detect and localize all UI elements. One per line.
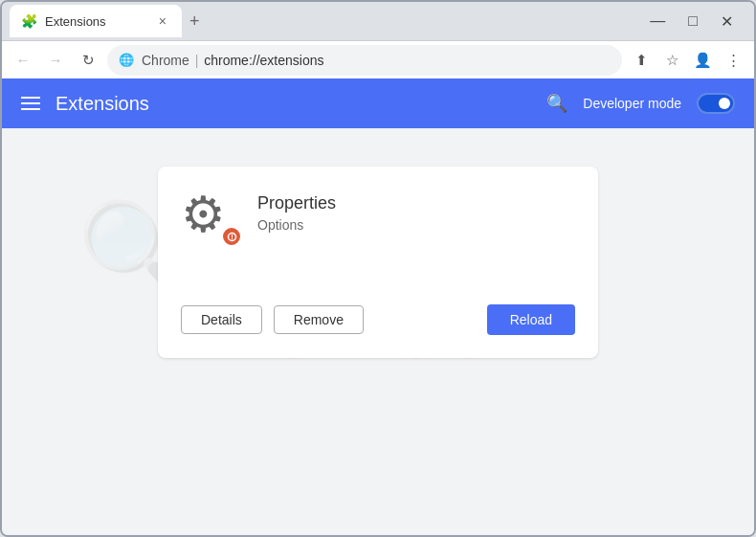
back-button[interactable]: ← bbox=[10, 47, 36, 74]
extension-buttons-left: Details Remove bbox=[181, 305, 364, 334]
reload-button[interactable]: ↻ bbox=[75, 47, 101, 74]
main-content: 🔍 RISK.COM ⚙ Properties Options bbox=[2, 128, 754, 537]
share-button[interactable]: ⬆ bbox=[628, 47, 655, 74]
remove-button[interactable]: Remove bbox=[274, 305, 364, 334]
address-separator: | bbox=[195, 53, 199, 68]
svg-rect-1 bbox=[232, 235, 233, 238]
details-button[interactable]: Details bbox=[181, 305, 262, 334]
hamburger-menu[interactable] bbox=[21, 97, 40, 110]
reload-button-card[interactable]: Reload bbox=[487, 304, 575, 335]
nav-actions: ⬆ ☆ 👤 ⋮ bbox=[628, 47, 746, 74]
extension-card-top: ⚙ Properties Options bbox=[181, 190, 575, 247]
tab-title: Extensions bbox=[45, 14, 147, 29]
hamburger-line-1 bbox=[21, 97, 40, 99]
title-bar: 🧩 Extensions × + — □ ✕ bbox=[2, 2, 754, 40]
address-text: Chrome | chrome://extensions bbox=[142, 53, 611, 68]
extension-icon-wrapper: ⚙ bbox=[181, 190, 238, 247]
title-bar-left: 🧩 Extensions × + bbox=[10, 5, 644, 37]
hamburger-line-2 bbox=[21, 102, 40, 104]
security-icon: 🌐 bbox=[119, 53, 134, 67]
badge-icon bbox=[221, 226, 242, 247]
bookmark-button[interactable]: ☆ bbox=[658, 47, 685, 74]
tab-favicon: 🧩 bbox=[21, 13, 37, 29]
menu-button[interactable]: ⋮ bbox=[720, 47, 746, 74]
extension-info: Properties Options bbox=[257, 190, 336, 233]
new-tab-button[interactable]: + bbox=[182, 8, 208, 35]
extension-description: Options bbox=[257, 217, 336, 233]
extensions-header: Extensions 🔍 Developer mode bbox=[2, 78, 754, 128]
extension-card-bottom: Details Remove Reload bbox=[181, 304, 575, 335]
browser-tab[interactable]: 🧩 Extensions × bbox=[10, 5, 182, 37]
hamburger-line-3 bbox=[21, 108, 40, 110]
extension-card: ⚙ Properties Options Details Remove Re bbox=[158, 167, 598, 358]
address-bar[interactable]: 🌐 Chrome | chrome://extensions bbox=[107, 45, 622, 76]
search-icon[interactable]: 🔍 bbox=[546, 93, 567, 114]
developer-mode-toggle[interactable] bbox=[697, 93, 735, 114]
nav-bar: ← → ↻ 🌐 Chrome | chrome://extensions ⬆ ☆… bbox=[2, 40, 754, 78]
brand-label: Chrome bbox=[142, 53, 189, 68]
gear-icon: ⚙ bbox=[181, 187, 226, 242]
tab-close-button[interactable]: × bbox=[155, 11, 170, 31]
header-left: Extensions bbox=[21, 93, 149, 115]
header-right: 🔍 Developer mode bbox=[546, 93, 735, 114]
close-button[interactable]: ✕ bbox=[715, 11, 739, 33]
maximize-button[interactable]: □ bbox=[682, 11, 703, 32]
extensions-title: Extensions bbox=[56, 93, 149, 115]
window-controls: — □ ✕ bbox=[644, 11, 746, 33]
url-text: chrome://extensions bbox=[204, 53, 323, 68]
svg-rect-2 bbox=[232, 238, 233, 239]
minimize-button[interactable]: — bbox=[644, 11, 671, 32]
profile-button[interactable]: 👤 bbox=[689, 47, 716, 74]
forward-button[interactable]: → bbox=[42, 47, 69, 74]
dev-mode-label: Developer mode bbox=[583, 96, 681, 111]
extension-name: Properties bbox=[257, 193, 336, 213]
